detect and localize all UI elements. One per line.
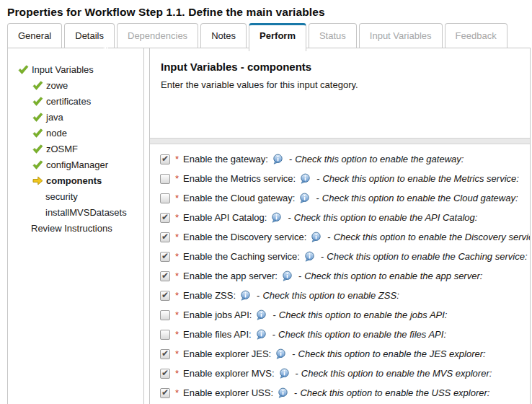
check-icon: [32, 159, 43, 170]
label-separator: -: [316, 173, 319, 184]
variable-label: Enable ZSS:: [183, 290, 236, 301]
tree-item-installmvsdatasets[interactable]: installMVSDatasets: [8, 204, 143, 220]
check-icon: [18, 65, 29, 74]
enable-checkbox[interactable]: ✔: [160, 271, 170, 281]
tab-bar: General Details Dependencies Notes Perfo…: [7, 23, 510, 51]
tree-item-node[interactable]: node: [8, 125, 143, 141]
tab-label: Notes: [211, 30, 236, 41]
check-icon: [32, 144, 43, 154]
tab-feedback: Feedback: [445, 23, 507, 48]
variable-row: ✔ * Enable ZSS: - Check this option to e…: [160, 286, 530, 305]
enable-checkbox[interactable]: ✔: [160, 154, 170, 164]
info-icon[interactable]: [300, 173, 311, 184]
tree-item-label: zowe: [46, 80, 68, 91]
enable-checkbox[interactable]: [160, 310, 170, 320]
tab-status: Status: [309, 23, 357, 48]
panel-heading: Input Variables - components: [161, 61, 523, 73]
info-icon[interactable]: [311, 232, 322, 242]
tree-item-label: components: [46, 175, 102, 186]
info-icon[interactable]: [278, 387, 288, 398]
variable-description: Check this option to enable the Discover…: [334, 232, 530, 242]
info-icon[interactable]: [282, 271, 293, 281]
label-separator: -: [272, 309, 275, 320]
variable-description: Check this option to enable the MVS expl…: [301, 368, 492, 379]
info-icon[interactable]: [299, 193, 310, 203]
info-bubble-icon: [282, 271, 293, 281]
info-icon[interactable]: [304, 251, 315, 262]
tree-item-label: Review Instructions: [31, 223, 112, 234]
enable-checkbox[interactable]: ✔: [160, 232, 170, 242]
check-icon: [32, 112, 43, 122]
page-title: Properties for Workflow Step 1.1. Define…: [7, 6, 325, 19]
info-icon[interactable]: [256, 329, 267, 340]
required-marker: *: [175, 290, 179, 301]
tab-general[interactable]: General: [7, 23, 62, 48]
required-marker: *: [175, 368, 179, 379]
tree-item-label: zOSMF: [46, 144, 78, 154]
panel-subheading: Enter the variable values for this input…: [161, 79, 523, 90]
variable-description: Check this option to enable the Caching …: [327, 251, 527, 262]
horizontal-splitter[interactable]: [150, 138, 530, 144]
enable-checkbox[interactable]: ✔: [160, 252, 170, 262]
required-marker: *: [175, 348, 179, 359]
check-icon: [32, 128, 43, 138]
tree-item-java[interactable]: java: [8, 109, 143, 125]
tab-details[interactable]: Details: [64, 23, 115, 48]
tab-perform[interactable]: Perform: [249, 23, 306, 51]
info-icon[interactable]: [272, 154, 283, 164]
enable-checkbox[interactable]: [160, 174, 170, 184]
variable-description: Check this option to enable ZSS:: [262, 290, 399, 301]
info-bubble-icon: [299, 193, 310, 203]
info-icon[interactable]: [256, 309, 267, 320]
variable-row: * Enable the Metrics service: - Check th…: [160, 169, 530, 188]
enable-checkbox[interactable]: ✔: [160, 291, 170, 301]
info-bubble-icon: [272, 154, 283, 164]
check-icon: [18, 64, 29, 74]
variable-description: Check this option to enable the app serv…: [304, 271, 482, 281]
enable-checkbox[interactable]: [160, 330, 170, 340]
tree-item-input-variables[interactable]: Input Variables: [8, 61, 143, 77]
tree-item-components[interactable]: components: [8, 172, 143, 188]
variable-row: ✔ * Enable the Discovery service: - Chec…: [160, 227, 530, 247]
check-icon: [32, 113, 43, 122]
info-icon[interactable]: [271, 212, 282, 223]
tree-item-review-instructions[interactable]: Review Instructions: [8, 220, 143, 236]
label-separator: -: [327, 232, 330, 242]
tab-notes[interactable]: Notes: [200, 23, 247, 48]
tab-label: General: [18, 30, 51, 41]
required-marker: *: [175, 329, 179, 340]
tree-item-certificates[interactable]: certificates: [8, 93, 143, 109]
enable-checkbox[interactable]: ✔: [160, 388, 170, 398]
tree-item-zosmf[interactable]: zOSMF: [8, 141, 143, 157]
enable-checkbox[interactable]: ✔: [160, 213, 170, 223]
tree-item-configmanager[interactable]: configManager: [8, 157, 143, 172]
tree-item-zowe[interactable]: zowe: [8, 77, 143, 93]
info-icon[interactable]: [275, 348, 286, 359]
tree-item-security[interactable]: security: [8, 188, 143, 204]
enable-checkbox[interactable]: [160, 193, 170, 203]
required-marker: *: [175, 154, 179, 164]
enable-checkbox[interactable]: ✔: [160, 349, 170, 359]
variable-label: Enable jobs API:: [183, 309, 252, 320]
required-marker: *: [175, 309, 179, 320]
variable-row: ✔ * Enable the gateway: - Check this opt…: [160, 149, 530, 169]
required-marker: *: [175, 193, 179, 203]
info-icon[interactable]: [240, 290, 251, 301]
check-icon: [32, 160, 43, 170]
info-icon[interactable]: [279, 368, 290, 379]
tab-label: Perform: [260, 30, 296, 41]
workflow-step-properties-dialog: { "page_title": "Properties for Workflow…: [0, 0, 532, 404]
variable-row: ✔ * Enable explorer JES: - Check this op…: [160, 344, 530, 364]
variable-description: Check this option to enable the Cloud ga…: [322, 193, 518, 203]
variable-description: Check this option to enable the API Cata…: [294, 212, 478, 223]
check-icon: [32, 144, 43, 154]
required-marker: *: [175, 387, 179, 398]
info-bubble-icon: [256, 309, 267, 320]
label-separator: -: [296, 368, 298, 379]
variable-tree: Input Variables zowe certificates java n…: [8, 48, 144, 404]
label-separator: -: [272, 329, 275, 340]
variable-label: Enable explorer JES:: [183, 348, 271, 359]
enable-checkbox[interactable]: ✔: [160, 369, 170, 379]
tree-item-label: installMVSDatasets: [45, 207, 127, 218]
required-marker: *: [175, 271, 179, 281]
